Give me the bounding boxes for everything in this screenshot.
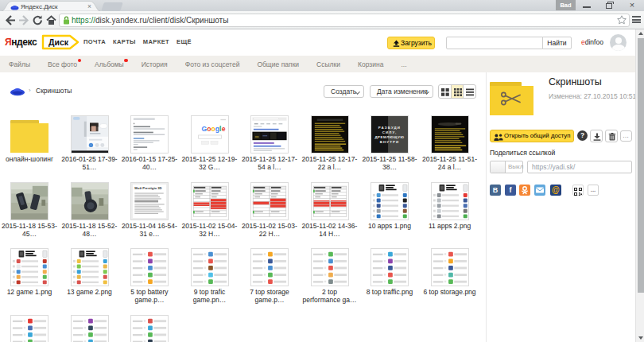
header-menu-item-4[interactable]: ЕЩЁ: [177, 38, 192, 45]
file-thumbnail: [431, 115, 469, 154]
file-name-label: 6 top storage.png: [420, 289, 480, 297]
file-thumbnail: [370, 182, 409, 220]
file-name-label: 12 game 1.png: [0, 289, 60, 297]
nav-item-2[interactable]: Все фото: [48, 60, 77, 68]
nav-item-8[interactable]: Корзина: [358, 60, 383, 68]
browser-toolbar: https://disk.yandex.ru/client/disk/Скрин…: [0, 11, 644, 29]
scrollbar-down-icon[interactable]: [638, 336, 643, 340]
social-facebook-icon[interactable]: f: [505, 185, 516, 196]
breadcrumb-current[interactable]: Скриншоты: [36, 87, 72, 95]
file-name-label: 2016-01-15 17-25-40…: [119, 156, 180, 171]
file-name-label: 9 top traficgame.pn…: [180, 289, 240, 304]
bookmark-star-icon[interactable]: [617, 15, 627, 25]
create-button[interactable]: Создать: [324, 85, 364, 98]
header-menu-item-1[interactable]: ПОЧТА: [83, 38, 106, 45]
view-list-button[interactable]: [464, 85, 475, 98]
file-thumbnail: [191, 248, 229, 286]
social-odnoklassniki-icon[interactable]: [519, 185, 530, 196]
social-qr-icon[interactable]: [572, 185, 584, 196]
upload-label: Загрузить: [401, 39, 432, 47]
disk-tag-label: Диск: [48, 37, 68, 47]
share-access-label: Открыть общий доступ: [504, 132, 570, 139]
url-text[interactable]: https://disk.yandex.ru/client/disk/Скрин…: [72, 16, 228, 25]
nav-item-3[interactable]: Альбомы: [95, 60, 124, 68]
file-name-label: 2015-11-02 14-36-14 H…: [300, 223, 360, 238]
download-button[interactable]: [590, 130, 603, 142]
file-thumbnail: Мой Prestigio 3D: [130, 182, 169, 220]
scrollbar-thumb[interactable]: [638, 38, 644, 293]
social-email-icon[interactable]: [534, 185, 545, 196]
folder-icon: [10, 115, 48, 154]
file-name-label: 8 top traffic.png: [359, 289, 420, 297]
nav-item-7[interactable]: Ссылки: [316, 60, 340, 68]
file-thumbnail: [250, 182, 289, 220]
header-menu-item-3[interactable]: МАРКЕТ: [143, 38, 169, 45]
window-restore-button[interactable]: [606, 3, 612, 9]
share-access-button[interactable]: Открыть общий доступ: [490, 130, 574, 142]
social-mailru-icon[interactable]: @: [550, 185, 561, 196]
browser-menu-icon[interactable]: [632, 16, 641, 25]
sort-dropdown[interactable]: Дата изменения: [370, 85, 433, 98]
file-name-label: 2015-11-25 12-17-54 a l…: [239, 156, 300, 171]
share-link-toggle[interactable]: Выкл: [490, 161, 523, 173]
scrollbar-up-icon[interactable]: [638, 32, 643, 35]
svg-text:ВНУТРИ: ВНУТРИ: [380, 140, 400, 144]
home-icon[interactable]: [46, 15, 58, 25]
file-name-label: 11 apps 2.png: [420, 223, 480, 231]
folder-icon-large: [490, 82, 533, 115]
disk-breadcrumb-icon[interactable]: [10, 86, 25, 96]
file-thumbnail: [311, 182, 349, 220]
nav-item-1[interactable]: Файлы: [9, 60, 30, 68]
delete-button[interactable]: [605, 130, 618, 142]
search-input[interactable]: [446, 37, 543, 49]
file-name-label: 2015-11-18 15-53-45…: [0, 223, 60, 238]
share-link-input[interactable]: https://yadi.sk/: [527, 161, 632, 173]
avatar[interactable]: [610, 34, 627, 51]
window-minimize-button[interactable]: [583, 6, 591, 8]
view-large-tiles-button[interactable]: [439, 85, 451, 98]
more-actions-button[interactable]: …: [620, 130, 632, 142]
file-thumbnail: [431, 248, 469, 286]
nav-item-4[interactable]: История: [142, 60, 168, 68]
file-thumbnail: [10, 182, 48, 220]
upload-button[interactable]: Загрузить: [387, 37, 435, 49]
nav-item-5[interactable]: Фото из соцсетей: [185, 60, 240, 68]
file-name-label: 2015-11-25 11-58-38…: [359, 156, 420, 171]
disk-service-tag[interactable]: Диск: [41, 34, 80, 50]
username[interactable]: edinfoo: [581, 38, 603, 46]
social-vk-icon[interactable]: В: [490, 185, 501, 196]
nav-item-6[interactable]: Общие папки: [257, 60, 299, 68]
help-button[interactable]: ?: [577, 130, 588, 141]
view-toggle: [438, 84, 476, 99]
download-icon: [593, 133, 601, 141]
view-small-tiles-button[interactable]: [451, 85, 464, 98]
people-icon: [494, 134, 503, 141]
folder-tile[interactable]: онлайн-шопинг: [10, 115, 48, 154]
nav-item-9[interactable]: ...: [401, 60, 406, 68]
header-menu-item-2[interactable]: КАРТЫ: [113, 38, 136, 45]
forward-icon[interactable]: [17, 15, 29, 25]
file-name-label: 5 top batterygame.p…: [119, 289, 180, 304]
reload-icon[interactable]: [33, 15, 45, 25]
file-thumbnail: [71, 115, 109, 154]
large-tiles-icon: [441, 88, 449, 96]
file-name-label: 2015-11-25 12-17-22 a l…: [300, 156, 360, 171]
toggle-label: Выкл: [508, 163, 523, 170]
sidebar-folder-title: Скриншоты: [549, 76, 602, 87]
back-icon[interactable]: [5, 15, 17, 25]
social-more-icon[interactable]: ...: [588, 185, 599, 196]
header-menu: ПОЧТАКАРТЫМАРКЕТЕЩЁ: [83, 38, 192, 45]
https-lock-icon[interactable]: [63, 16, 70, 25]
page-scrollbar[interactable]: [635, 29, 644, 342]
file-name-label: 10 apps 1.png: [359, 223, 420, 231]
trash-icon: [608, 133, 616, 141]
new-tab-button[interactable]: [101, 2, 123, 11]
svg-text:Мой Prestigio 3D: Мой Prestigio 3D: [134, 186, 161, 190]
toggle-knob: [491, 161, 506, 173]
window-close-button[interactable]: ×: [627, 0, 637, 10]
search-button[interactable]: Найти: [542, 37, 572, 49]
share-link-label: Поделиться ссылкой: [490, 149, 555, 157]
tab-close-icon[interactable]: ×: [87, 2, 91, 10]
yandex-logo[interactable]: Яндекс: [5, 37, 37, 48]
browser-tab[interactable]: Яндекс.Диск ×: [2, 1, 100, 11]
